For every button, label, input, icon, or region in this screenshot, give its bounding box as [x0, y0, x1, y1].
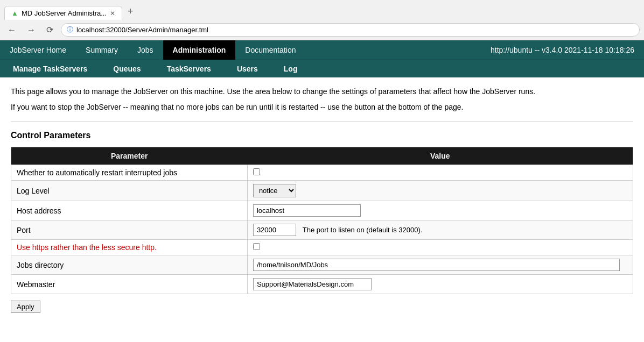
input-webmaster[interactable]	[253, 278, 372, 290]
page-content: This page allows you to manage the JobSe…	[0, 77, 644, 322]
nav-jobs[interactable]: Jobs	[128, 40, 163, 60]
table-row: Webmaster	[11, 275, 633, 294]
port-hint: The port to listen on (default is 32000)…	[303, 226, 423, 234]
forward-button[interactable]: →	[24, 24, 39, 36]
url-display[interactable]: localhost:32000/ServerAdmin/manager.tml	[76, 26, 208, 34]
col-header-parameter: Parameter	[11, 147, 248, 165]
browser-chrome: ▲ MD JobServer Administra... ✕ + ← → ⟳ ⓘ…	[0, 0, 644, 40]
param-label-jobs-directory: Jobs directory	[11, 255, 248, 275]
param-value-port: The port to listen on (default is 32000)…	[247, 220, 633, 240]
param-label-port: Port	[11, 220, 248, 240]
param-value-host-address	[247, 201, 633, 220]
nav-jobserver-home[interactable]: JobServer Home	[0, 40, 76, 60]
server-info: http://ubuntu -- v3.4.0 2021-11-18 10:18…	[481, 40, 644, 60]
table-row: Whether to automatically restart interru…	[11, 165, 633, 181]
tab-favicon: ▲	[11, 9, 18, 17]
sub-nav: Manage TaskServers Queues TaskServers Us…	[0, 60, 644, 77]
checkbox-use-https[interactable]	[253, 243, 260, 250]
input-jobs-directory[interactable]	[253, 259, 620, 271]
table-row: Port The port to listen on (default is 3…	[11, 220, 633, 240]
subnav-manage-taskservers[interactable]: Manage TaskServers	[0, 60, 100, 77]
table-row: Log Level debug info notice warning erro…	[11, 181, 633, 201]
subnav-taskservers[interactable]: TaskServers	[154, 60, 224, 77]
input-host-address[interactable]	[253, 204, 361, 217]
main-nav: JobServer Home Summary Jobs Administrati…	[0, 40, 644, 60]
divider	[11, 122, 633, 122]
param-value-auto-restart	[247, 165, 633, 181]
address-bar: ← → ⟳ ⓘ localhost:32000/ServerAdmin/mana…	[0, 20, 644, 40]
table-row: Host address	[11, 201, 633, 220]
param-label-auto-restart: Whether to automatically restart interru…	[11, 165, 248, 181]
tab-close-button[interactable]: ✕	[110, 10, 115, 17]
apply-button[interactable]: Apply	[11, 301, 40, 313]
active-tab[interactable]: ▲ MD JobServer Administra... ✕	[4, 6, 122, 20]
param-label-log-level: Log Level	[11, 181, 248, 201]
reload-button[interactable]: ⟳	[43, 24, 57, 36]
back-button[interactable]: ←	[4, 24, 19, 36]
params-table: Parameter Value Whether to automatically…	[11, 147, 633, 294]
select-log-level[interactable]: debug info notice warning error	[253, 184, 296, 197]
param-value-webmaster	[247, 275, 633, 294]
secure-icon: ⓘ	[67, 25, 73, 34]
checkbox-auto-restart[interactable]	[253, 168, 260, 175]
param-label-use-https: Use https rather than the less secure ht…	[11, 240, 248, 255]
subnav-log[interactable]: Log	[271, 60, 311, 77]
nav-documentation[interactable]: Documentation	[235, 40, 305, 60]
param-label-webmaster: Webmaster	[11, 275, 248, 294]
col-header-value: Value	[247, 147, 633, 165]
param-value-use-https	[247, 240, 633, 255]
intro-text: This page allows you to manage the JobSe…	[11, 86, 633, 113]
input-port[interactable]	[253, 224, 296, 236]
table-row: Use https rather than the less secure ht…	[11, 240, 633, 255]
intro-paragraph-1: This page allows you to manage the JobSe…	[11, 86, 633, 97]
nav-administration[interactable]: Administration	[163, 40, 236, 60]
param-label-host-address: Host address	[11, 201, 248, 220]
tab-bar: ▲ MD JobServer Administra... ✕ +	[0, 0, 644, 20]
tab-title: MD JobServer Administra...	[22, 9, 107, 17]
param-value-jobs-directory	[247, 255, 633, 275]
nav-summary[interactable]: Summary	[76, 40, 128, 60]
param-value-log-level: debug info notice warning error	[247, 181, 633, 201]
new-tab-button[interactable]: +	[122, 3, 139, 20]
subnav-users[interactable]: Users	[224, 60, 271, 77]
subnav-queues[interactable]: Queues	[100, 60, 153, 77]
table-row: Jobs directory	[11, 255, 633, 275]
section-title: Control Parameters	[11, 131, 633, 140]
intro-paragraph-2: If you want to stop the JobServer -- mea…	[11, 102, 633, 113]
